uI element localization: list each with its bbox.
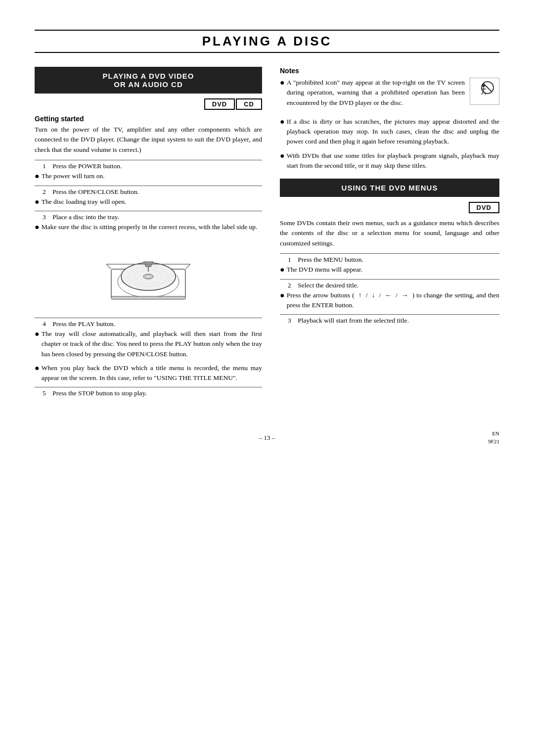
svg-line-18	[482, 92, 484, 94]
bullet-dot: ●	[280, 117, 285, 127]
bullet-dot: ●	[35, 363, 40, 374]
page-code: EN9F21	[345, 430, 499, 445]
note-3-bullet: ● With DVDs that use some titles for pla…	[280, 151, 499, 171]
note-1-bullet: ● A "prohibited icon" may appear at the …	[280, 78, 465, 108]
dvd-badge: DVD	[204, 98, 235, 110]
step-4-num: 4 Press the PLAY button.	[43, 320, 262, 328]
note-1-text: ● A "prohibited icon" may appear at the …	[280, 78, 465, 112]
step-4-bullet: ● The tray will close automatically, and…	[35, 329, 262, 359]
cd-badge: CD	[236, 98, 262, 110]
dvd-menus-header: USING THE DVD MENUS	[280, 179, 499, 197]
badge-row: DVD CD	[35, 98, 262, 110]
step-1-bullet: ● The power will turn on.	[35, 171, 262, 182]
svg-line-11	[185, 264, 190, 269]
svg-point-15	[482, 84, 485, 87]
dvd-only-badge: DVD	[469, 202, 499, 213]
dvd-step-2-block: 2 Select the desired title.	[280, 279, 499, 289]
dvd-step-1-bullet: ● The DVD menu will appear.	[280, 265, 499, 275]
step-5-block: 5 Press the STOP button to stop play.	[35, 387, 262, 397]
bullet-dot: ●	[35, 171, 40, 182]
step-1-num: 1 Press the POWER button.	[43, 162, 262, 170]
disc-svg	[101, 239, 195, 311]
main-content: PLAYING A DVD VIDEO OR AN AUDIO CD DVD C…	[35, 67, 499, 398]
dvd-menus-intro: Some DVDs contain their own menus, such …	[280, 218, 499, 248]
dvd-only-badge-row: DVD	[280, 202, 499, 213]
bullet-dot: ●	[35, 222, 40, 233]
notes-title: Notes	[280, 67, 499, 75]
page-title: PLAYING A DISC	[35, 34, 499, 49]
disc-illustration	[35, 239, 262, 311]
bullet-dot: ●	[280, 265, 285, 275]
prohibited-icon-box	[470, 78, 499, 105]
bullet-dot: ●	[280, 78, 285, 88]
svg-rect-9	[111, 296, 185, 299]
step-2-bullet: ● The disc loading tray will open.	[35, 197, 262, 207]
intro-paragraph: Turn on the power of the TV, amplifier a…	[35, 125, 262, 155]
bullet-dot: ●	[35, 329, 40, 339]
dvd-step-2-bullet: ● Press the arrow buttons ( ↑ / ↓ / ← / …	[280, 290, 499, 311]
step-2-num: 2 Press the OPEN/CLOSE button.	[43, 188, 262, 196]
bullet-dot: ●	[280, 151, 285, 161]
page-footer: – 13 – EN9F21	[35, 428, 499, 445]
svg-point-4	[146, 276, 150, 278]
step-4-block: 4 Press the PLAY button.	[35, 318, 262, 328]
extra-bullet-1: ● When you play back the DVD which a tit…	[35, 363, 262, 383]
dvd-step-1-block: 1 Press the MENU button.	[280, 253, 499, 264]
right-column: Notes ● A "prohibited icon" may appear a…	[280, 67, 499, 398]
left-column: PLAYING A DVD VIDEO OR AN AUDIO CD DVD C…	[35, 67, 262, 398]
step-1-block: 1 Press the POWER button.	[35, 160, 262, 170]
note-1-row: ● A "prohibited icon" may appear at the …	[280, 78, 499, 112]
getting-started-title: Getting started	[35, 115, 262, 123]
step-3-bullet: ● Make sure the disc is sitting properly…	[35, 222, 262, 233]
dvd-step-3-num: 3 Playback will start from the selected …	[288, 317, 499, 325]
bullet-dot: ●	[35, 197, 40, 207]
dvd-step-2-num: 2 Select the desired title.	[288, 282, 499, 289]
dvd-step-1-num: 1 Press the MENU button.	[288, 256, 499, 264]
page-number: – 13 –	[189, 434, 344, 442]
step-5-num: 5 Press the STOP button to stop play.	[43, 389, 262, 397]
page-title-section: PLAYING A DISC	[35, 30, 499, 53]
svg-line-10	[106, 264, 111, 269]
step-2-block: 2 Press the OPEN/CLOSE button.	[35, 186, 262, 196]
dvd-section-header: PLAYING A DVD VIDEO OR AN AUDIO CD	[35, 67, 262, 94]
step-3-block: 3 Place a disc into the tray.	[35, 211, 262, 221]
step-3-num: 3 Place a disc into the tray.	[43, 213, 262, 221]
notes-section: Notes ● A "prohibited icon" may appear a…	[280, 67, 499, 171]
bullet-dot: ●	[280, 290, 285, 301]
note-2-bullet: ● If a disc is dirty or has scratches, t…	[280, 117, 499, 147]
dvd-step-3-block: 3 Playback will start from the selected …	[280, 314, 499, 325]
